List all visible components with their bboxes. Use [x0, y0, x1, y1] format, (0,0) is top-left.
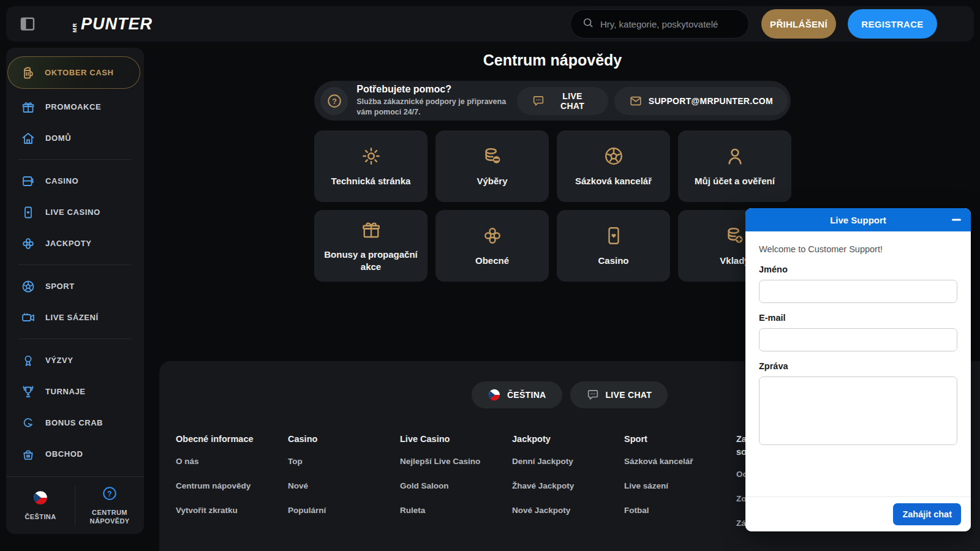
footer-link[interactable]: Nové Jackpoty	[512, 506, 624, 515]
video-camera-icon	[21, 310, 36, 325]
footer-link[interactable]: Denní Jackpoty	[512, 457, 624, 466]
footer-column-title: Casino	[288, 433, 380, 446]
sidebar-item-label: CASINO	[45, 176, 78, 186]
minimize-icon[interactable]	[952, 219, 961, 221]
sidebar-toggle-icon[interactable]	[18, 15, 37, 33]
home-icon	[21, 131, 36, 146]
login-button[interactable]: PŘIHLÁŠENÍ	[761, 9, 836, 39]
sidebar-help-center-button[interactable]: ? CENTRUM NÁPOVĚDY	[75, 485, 144, 526]
gift-icon	[21, 100, 36, 114]
beer-mug-icon	[20, 66, 35, 80]
sidebar-item-domu[interactable]: DOMŮ	[6, 122, 144, 154]
footer-link[interactable]: Žhavé Jackpoty	[512, 481, 624, 490]
name-field[interactable]	[759, 280, 957, 303]
coins-minus-icon	[481, 145, 503, 167]
footer-link[interactable]: Live sázení	[624, 481, 736, 490]
footer-column-casino: Casino Top Nové Populární	[288, 433, 400, 543]
footer-link[interactable]: Nejlepší Live Casino	[400, 457, 512, 466]
footer-live-chat-button[interactable]: LIVE CHAT	[570, 381, 668, 408]
footer-column-title: Jackpoty	[512, 433, 604, 446]
sidebar-item-label: DOMŮ	[45, 133, 71, 143]
sidebar-language-button[interactable]: ČEŠTINA	[6, 490, 75, 522]
start-chat-button[interactable]: Zahájit chat	[893, 503, 961, 525]
footer-link[interactable]: Ruleta	[400, 506, 512, 515]
footer-language-button[interactable]: ČEŠTINA	[472, 381, 562, 408]
category-card-vybery[interactable]: Výběry	[435, 130, 549, 202]
question-circle-icon: ?	[102, 485, 118, 503]
sidebar-item-live-casino[interactable]: LIVE CASINO	[6, 197, 144, 228]
gift-icon	[360, 219, 382, 241]
sidebar-item-label: PROMOAKCE	[45, 102, 101, 111]
coins-plus-icon	[724, 225, 746, 247]
footer-column-title: Live Casino	[400, 433, 492, 446]
sidebar-bottom: ČEŠTINA ? CENTRUM NÁPOVĚDY	[6, 476, 144, 534]
category-card-label: Bonusy a propagační akce	[322, 249, 420, 274]
footer-link[interactable]: Centrum nápovědy	[176, 481, 288, 490]
chat-bubble-icon	[532, 94, 545, 108]
help-banner-buttons: LIVE CHAT SUPPORT@MRPUNTER.COM	[517, 87, 788, 115]
support-email-label: SUPPORT@MRPUNTER.COM	[649, 96, 773, 106]
category-card-label: Můj účet a ověření	[695, 175, 775, 187]
message-field[interactable]	[759, 377, 957, 445]
sidebar-item-label: SPORT	[45, 282, 75, 291]
trophy-icon	[21, 384, 36, 399]
sidebar-divider	[18, 264, 132, 265]
sidebar-item-bonus-crab[interactable]: BONUS CRAB	[6, 407, 144, 438]
sidebar-item-label: OBCHOD	[45, 449, 83, 459]
footer-link[interactable]: Fotbal	[624, 506, 736, 515]
sidebar-item-live-sazeni[interactable]: LIVE SÁZENÍ	[6, 302, 144, 333]
category-card-sazkova-kancelar[interactable]: Sázková kancelář	[557, 130, 670, 202]
sidebar-item-jackpoty[interactable]: JACKPOTY	[6, 228, 144, 259]
footer-link[interactable]: Gold Saloon	[400, 481, 512, 490]
footer-column-title: Obecné informace	[176, 433, 268, 446]
search-input[interactable]	[600, 19, 737, 29]
live-chat-button[interactable]: LIVE CHAT	[517, 87, 608, 115]
slot-machine-icon	[21, 174, 36, 189]
category-card-technicka-stranka[interactable]: Technická stránka	[314, 130, 428, 202]
footer-link[interactable]: Nové	[288, 481, 400, 490]
footer-column-sport: Sport Sázková kancelář Live sázení Fotba…	[624, 433, 736, 543]
category-card-obecne[interactable]: Obecné	[435, 210, 549, 282]
page-title: Centrum nápovědy	[314, 51, 791, 69]
sidebar-item-obchod[interactable]: OBCHOD	[6, 438, 144, 470]
mrpunter-logo[interactable]: MR PUNTER	[72, 16, 153, 32]
sidebar-divider	[18, 339, 132, 339]
category-card-bonusy[interactable]: Bonusy a propagační akce	[314, 210, 428, 282]
category-card-casino[interactable]: Casino	[557, 210, 670, 282]
help-banner-texts: Potřebujete pomoc? Služba zákaznické pod…	[356, 84, 508, 118]
category-card-muj-ucet[interactable]: Můj účet a ověření	[678, 130, 791, 202]
welcome-message: Welcome to Customer Support!	[759, 244, 957, 254]
footer-column-title: Sport	[624, 433, 716, 446]
support-email-button[interactable]: SUPPORT@MRPUNTER.COM	[614, 87, 788, 115]
sidebar-item-sport[interactable]: SPORT	[6, 271, 144, 302]
sidebar-item-label: JACKPOTY	[45, 239, 92, 248]
clover-icon	[21, 236, 36, 251]
message-label: Zpráva	[759, 361, 957, 371]
footer-link[interactable]: Top	[288, 457, 400, 466]
chat-bubble-icon	[586, 388, 600, 402]
category-card-label: Výběry	[477, 175, 507, 187]
user-icon	[724, 145, 746, 167]
register-button[interactable]: REGISTRACE	[848, 9, 937, 39]
envelope-icon	[629, 94, 643, 108]
footer-link[interactable]: O nás	[176, 457, 288, 466]
sidebar-item-vyzvy[interactable]: VÝZVY	[6, 345, 144, 376]
live-support-body: Welcome to Customer Support! Jméno E-mai…	[745, 231, 971, 448]
sidebar-item-promoakce[interactable]: PROMOAKCE	[6, 91, 144, 122]
help-banner: ? Potřebujete pomoc? Služba zákaznické p…	[314, 81, 791, 121]
help-category-grid: Technická stránka Výběry Sázková kancelá…	[314, 130, 791, 282]
sidebar-item-oktober-cash[interactable]: OKTOBER CASH	[7, 56, 140, 89]
footer-column-jackpoty: Jackpoty Denní Jackpoty Žhavé Jackpoty N…	[512, 433, 624, 543]
footer-column-live-casino: Live Casino Nejlepší Live Casino Gold Sa…	[400, 433, 512, 543]
email-field[interactable]	[759, 328, 957, 351]
search-bar[interactable]	[570, 9, 749, 39]
card-heart-icon	[21, 205, 36, 220]
sidebar-item-casino[interactable]: CASINO	[6, 165, 144, 197]
gear-icon	[360, 145, 382, 167]
sidebar-item-label: LIVE SÁZENÍ	[45, 313, 99, 322]
sidebar-item-turnaje[interactable]: TURNAJE	[6, 376, 144, 407]
sidebar-language-label: ČEŠTINA	[24, 512, 56, 521]
footer-link[interactable]: Sázková kancelář	[624, 457, 736, 466]
footer-link[interactable]: Vytvořit zkratku	[176, 506, 288, 515]
footer-link[interactable]: Populární	[288, 506, 400, 515]
